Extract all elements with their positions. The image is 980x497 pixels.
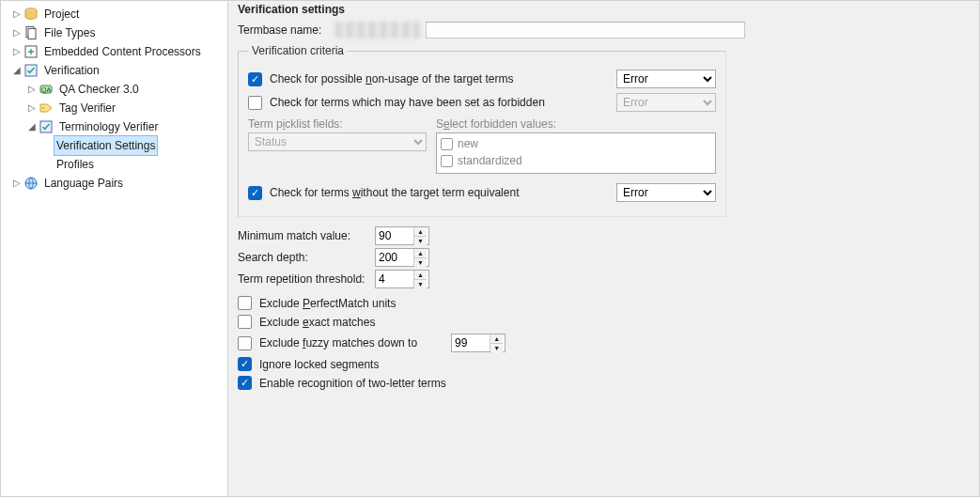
- exclude-exact-label: Exclude exact matches: [259, 316, 970, 329]
- file-types-icon: [23, 25, 39, 40]
- severity-without-select[interactable]: Error: [616, 183, 716, 202]
- tree-label: Project: [41, 4, 82, 24]
- forbidden-values-list: new standardized: [436, 132, 716, 174]
- termbase-label: Termbase name:: [238, 23, 328, 37]
- chevron-right-icon[interactable]: ▷: [10, 5, 23, 23]
- two-letter-row: ✓ Enable recognition of two-letter terms: [238, 376, 970, 390]
- tree-label: File Types: [41, 23, 98, 43]
- verification-icon: [23, 63, 39, 78]
- search-depth-input[interactable]: [376, 249, 413, 266]
- tag-icon: [39, 101, 54, 116]
- severity-nonusage-select[interactable]: Error: [616, 70, 716, 88]
- rep-threshold-spinner[interactable]: ▲▼: [375, 270, 429, 288]
- tree-label: Profiles: [54, 154, 97, 175]
- tree-item-file-types[interactable]: ▷ File Types: [5, 23, 227, 42]
- ignore-locked-checkbox[interactable]: ✓: [238, 357, 252, 371]
- tree-item-tag-verifier[interactable]: ▷ Tag Verifier: [5, 99, 227, 117]
- tree-item-project[interactable]: ▷ Project: [5, 5, 227, 23]
- spinner-up-icon[interactable]: ▲: [490, 334, 503, 344]
- spinner-down-icon[interactable]: ▼: [414, 258, 427, 267]
- project-icon: [23, 7, 39, 22]
- check-without-label: Check for terms without the target term …: [270, 186, 616, 199]
- two-letter-label: Enable recognition of two-letter terms: [259, 377, 970, 390]
- exclude-exact-checkbox[interactable]: [238, 315, 252, 329]
- exclude-fuzzy-checkbox[interactable]: [238, 336, 252, 350]
- check-without-checkbox[interactable]: ✓: [248, 186, 262, 200]
- svg-point-7: [42, 107, 44, 109]
- two-letter-checkbox[interactable]: ✓: [238, 376, 252, 390]
- min-match-row: Minimum match value: ▲▼: [238, 226, 970, 245]
- tree-item-verification-settings[interactable]: · Verification Settings: [5, 136, 227, 155]
- exclude-perfectmatch-label: Exclude PerfectMatch units: [259, 297, 970, 310]
- page-title: Verification settings: [238, 1, 970, 22]
- tree-item-terminology-verifier[interactable]: ◢ Terminology Verifier: [5, 117, 227, 136]
- nav-tree: ▷ Project ▷ File Types ▷ Embedded Conten…: [1, 1, 228, 496]
- forbidden-option-checkbox: [441, 155, 453, 167]
- tree-label: Language Pairs: [41, 173, 126, 194]
- tree-label: Verification: [41, 60, 102, 81]
- check-forbidden-checkbox[interactable]: [248, 96, 262, 110]
- chevron-right-icon[interactable]: ▷: [25, 99, 39, 117]
- check-nonusage-label: Check for possible non-usage of the targ…: [270, 72, 616, 85]
- exclude-fuzzy-label: Exclude fuzzy matches down to: [259, 336, 417, 349]
- min-match-spinner[interactable]: ▲▼: [375, 226, 429, 245]
- tree-item-verification[interactable]: ◢ Verification: [5, 61, 227, 80]
- tree-item-qa-checker[interactable]: ▷ QA QA Checker 3.0: [5, 80, 227, 99]
- spinner-down-icon[interactable]: ▼: [490, 344, 503, 352]
- numeric-settings: Minimum match value: ▲▼ Search depth: ▲▼…: [238, 226, 970, 288]
- exclude-perfectmatch-checkbox[interactable]: [238, 296, 252, 310]
- picklist-fields-label: Term picklist fields:: [248, 117, 427, 131]
- forbidden-option-checkbox: [441, 138, 453, 150]
- qa-icon: QA: [39, 82, 54, 97]
- tree-item-profiles[interactable]: · Profiles: [5, 155, 227, 174]
- check-nonusage-row: ✓ Check for possible non-usage of the ta…: [248, 70, 716, 88]
- forbidden-option: new: [441, 135, 711, 152]
- exclusion-settings: Exclude PerfectMatch units Exclude exact…: [238, 296, 970, 390]
- ignore-locked-label: Ignore locked segments: [259, 358, 970, 371]
- search-depth-label: Search depth:: [238, 251, 375, 264]
- min-match-label: Minimum match value:: [238, 229, 375, 242]
- tree-label: Verification Settings: [54, 135, 158, 156]
- chevron-down-icon[interactable]: ◢: [10, 61, 23, 80]
- language-pairs-icon: [23, 176, 39, 191]
- exclude-fuzzy-spinner[interactable]: ▲▼: [451, 334, 506, 352]
- verification-criteria-group: Verification criteria ✓ Check for possib…: [238, 44, 726, 217]
- rep-threshold-input[interactable]: [376, 271, 413, 287]
- tree-label: Tag Verifier: [56, 98, 118, 118]
- chevron-right-icon[interactable]: ▷: [10, 42, 23, 61]
- check-forbidden-label: Check for terms which may have been set …: [270, 96, 616, 109]
- chevron-down-icon[interactable]: ◢: [25, 117, 39, 136]
- spinner-up-icon[interactable]: ▲: [414, 227, 427, 237]
- exclude-fuzzy-row: Exclude fuzzy matches down to ▲▼: [238, 334, 970, 352]
- chevron-right-icon[interactable]: ▷: [10, 23, 23, 42]
- tree-label: Embedded Content Processors: [41, 41, 204, 62]
- spinner-down-icon[interactable]: ▼: [414, 280, 427, 288]
- check-without-row: ✓ Check for terms without the target ter…: [248, 183, 716, 202]
- termbase-name-value: [335, 22, 420, 39]
- chevron-right-icon[interactable]: ▷: [25, 80, 39, 99]
- spinner-up-icon[interactable]: ▲: [414, 249, 427, 258]
- severity-forbidden-select: Error: [616, 93, 716, 112]
- picklist-row: Term picklist fields: Status Select forb…: [248, 117, 716, 174]
- spinner-down-icon[interactable]: ▼: [414, 237, 427, 245]
- search-depth-spinner[interactable]: ▲▼: [375, 248, 429, 267]
- chevron-right-icon[interactable]: ▷: [10, 174, 23, 193]
- content-pane: Verification settings Termbase name: Ver…: [228, 1, 979, 496]
- min-match-input[interactable]: [376, 227, 413, 244]
- tree-item-language-pairs[interactable]: ▷ Language Pairs: [5, 174, 227, 193]
- exclude-perfectmatch-row: Exclude PerfectMatch units: [238, 296, 970, 310]
- svg-rect-2: [28, 29, 36, 39]
- termbase-row: Termbase name:: [238, 22, 970, 39]
- forbidden-values-col: Select forbidden values: new standardize…: [436, 117, 716, 174]
- ecp-icon: [23, 44, 39, 59]
- termbase-name-field[interactable]: [426, 22, 745, 39]
- forbidden-values-label: Select forbidden values:: [436, 117, 716, 131]
- svg-text:QA: QA: [41, 86, 51, 94]
- exclude-fuzzy-input[interactable]: [452, 334, 490, 351]
- spinner-up-icon[interactable]: ▲: [414, 271, 427, 280]
- tree-item-ecp[interactable]: ▷ Embedded Content Processors: [5, 42, 227, 61]
- group-legend: Verification criteria: [248, 44, 348, 57]
- tree-label: Terminology Verifier: [56, 116, 161, 137]
- check-nonusage-checkbox[interactable]: ✓: [248, 72, 262, 86]
- picklist-fields-select: Status: [248, 132, 427, 151]
